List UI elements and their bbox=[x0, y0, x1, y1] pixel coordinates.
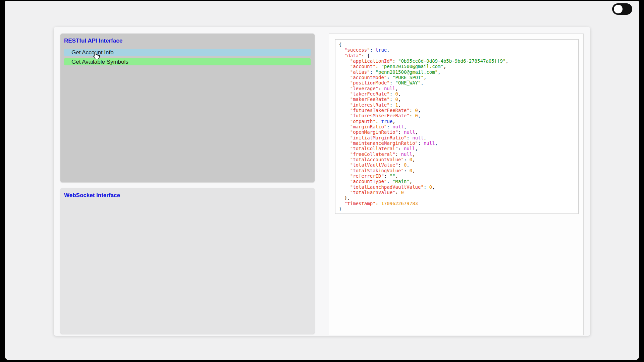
theme-toggle[interactable] bbox=[612, 3, 632, 15]
page-background: RESTful API Interface Get Account Info G… bbox=[5, 1, 639, 360]
json-response-output: { "success": true, "data": { "applicatio… bbox=[335, 39, 579, 214]
main-card: RESTful API Interface Get Account Info G… bbox=[54, 27, 590, 336]
toggle-knob-icon bbox=[614, 5, 623, 13]
response-panel: { "success": true, "data": { "applicatio… bbox=[329, 34, 584, 335]
rest-api-title: RESTful API Interface bbox=[64, 38, 122, 44]
websocket-title: WebSocket Interface bbox=[64, 192, 120, 199]
rest-api-panel: RESTful API Interface Get Account Info G… bbox=[60, 34, 315, 182]
websocket-panel: WebSocket Interface bbox=[60, 188, 315, 334]
get-account-info-button[interactable]: Get Account Info bbox=[64, 49, 311, 56]
get-available-symbols-button[interactable]: Get Available Symbols bbox=[64, 58, 311, 65]
